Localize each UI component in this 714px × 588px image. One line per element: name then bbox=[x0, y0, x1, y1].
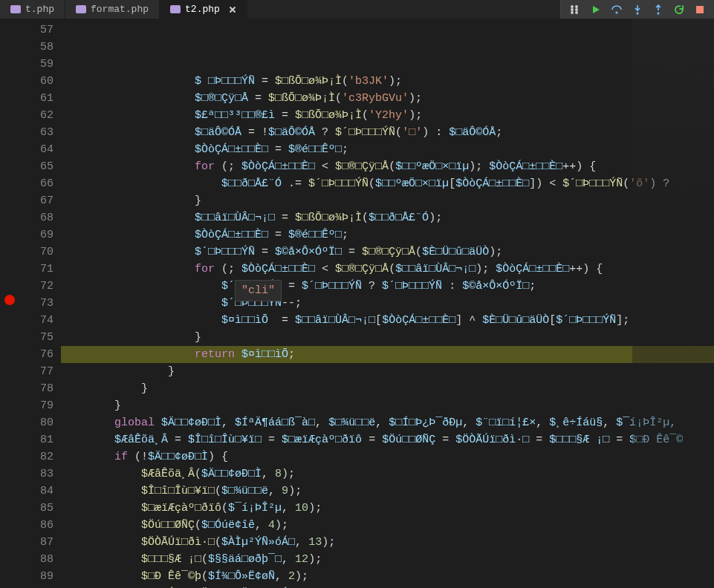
restart-icon[interactable] bbox=[669, 0, 689, 19]
breakpoint-slot[interactable] bbox=[0, 121, 19, 138]
php-icon bbox=[170, 5, 181, 13]
breakpoint-slot[interactable] bbox=[0, 534, 19, 551]
code-line[interactable]: $ÖÒÃÚï□ðì·□($ÀÌµ²ÝÑ»óÁ□, 13); bbox=[61, 534, 714, 551]
line-number: 85 bbox=[19, 500, 53, 517]
breakpoint-slot[interactable] bbox=[0, 36, 19, 53]
code-line[interactable]: } bbox=[61, 363, 714, 380]
breakpoint-gutter[interactable] bbox=[0, 19, 19, 588]
breakpoint-slot[interactable] bbox=[0, 53, 19, 70]
code-line[interactable]: $´□Þ□□□ÝÑ--; bbox=[61, 295, 714, 312]
breakpoint-slot[interactable] bbox=[0, 500, 19, 517]
code-line[interactable]: $□äÔ©ÓÅ = !$□äÔ©ÓÅ ? $´□Þ□□□ÝÑ('□') : $□… bbox=[61, 124, 714, 141]
svg-point-1 bbox=[571, 8, 573, 10]
code-line[interactable]: $□□âï□ÙÂ□¬¡□ = $□ßÕ□ø¾Þ¡Ì($□□ð□Å£¨Ó); bbox=[61, 209, 714, 226]
step-into-icon[interactable] bbox=[628, 0, 647, 19]
breakpoint-slot[interactable] bbox=[0, 295, 19, 312]
breakpoint-slot[interactable] bbox=[0, 466, 19, 483]
code-line[interactable]: return $¤ì□□ìÕ; bbox=[61, 346, 714, 363]
breakpoint-slot[interactable] bbox=[0, 155, 19, 172]
breakpoint-slot[interactable] bbox=[0, 70, 19, 87]
code-line[interactable]: for (; $ÒòÇÁ□±□□È□ < $□®□Çÿ□Å($□□ºæÖ□×□ï… bbox=[61, 158, 714, 175]
php-icon bbox=[10, 5, 21, 13]
code-line[interactable]: $Î□î□Îù□¥ï□($□¾ü□□ë, 9); bbox=[61, 483, 714, 500]
code-line[interactable]: $□æïÆçàº□ðïô($¯í¡ÞÎ²µ, 10); bbox=[61, 500, 714, 517]
code-line[interactable]: } bbox=[61, 329, 714, 346]
breakpoint-slot[interactable] bbox=[0, 568, 19, 585]
breakpoint-slot[interactable] bbox=[0, 363, 19, 380]
play-icon[interactable] bbox=[586, 0, 606, 19]
line-number: 87 bbox=[19, 534, 53, 551]
tab-t2-php[interactable]: t2.php bbox=[160, 0, 247, 19]
breakpoint-slot[interactable] bbox=[0, 258, 19, 275]
code-line[interactable]: $ÆâÊõä¸Â = $Î□î□Îù□¥ï□ = $□æïÆçàº□ðïô = … bbox=[61, 431, 714, 448]
code-line[interactable]: $£ª□□³³□□®£ì = $□ßÕ□ø¾Þ¡Ì('Y2hy'); bbox=[61, 107, 714, 124]
code-line[interactable]: } bbox=[61, 380, 714, 397]
code-line[interactable]: $¤ì□□ìÕ = $□□âï□ÙÂ□¬¡□[$ÒòÇÁ□±□□È□] ^ $È… bbox=[61, 312, 714, 329]
tab-t-php[interactable]: t.php bbox=[0, 0, 65, 19]
breakpoint-slot[interactable] bbox=[0, 517, 19, 534]
line-number: 89 bbox=[19, 568, 53, 585]
code-line[interactable]: $ÒòÇÁ□±□□È□ = $®é□□Êº□; bbox=[61, 226, 714, 244]
code-line[interactable]: $□Ð Êê¯©þ($Í¾□Ô»Ë¢øÑ, 2); bbox=[61, 568, 714, 585]
grip-icon[interactable] bbox=[565, 0, 585, 19]
code-line[interactable]: $´□Þ□□□ÝÑ = $©å×Ô×ÓºÏ□ = $□®□Çÿ□Å($È□Ü□û… bbox=[61, 244, 714, 261]
step-over-icon[interactable] bbox=[607, 0, 626, 19]
breakpoint-slot[interactable] bbox=[0, 431, 19, 448]
minimap[interactable] bbox=[632, 19, 714, 588]
breakpoint-slot[interactable] bbox=[0, 275, 19, 292]
line-number: 75 bbox=[19, 329, 53, 346]
breakpoint-slot[interactable] bbox=[0, 414, 19, 431]
tab-format-php[interactable]: format.php bbox=[65, 0, 160, 19]
breakpoint-slot[interactable] bbox=[0, 380, 19, 397]
breakpoint-slot[interactable] bbox=[0, 483, 19, 500]
code-line[interactable]: } bbox=[61, 192, 714, 209]
code-line[interactable]: if (!$Ä□□¢øÐ□Ì) { bbox=[61, 448, 714, 466]
line-number: 58 bbox=[19, 39, 53, 56]
stop-icon[interactable] bbox=[690, 0, 710, 19]
breakpoint-slot[interactable] bbox=[0, 189, 19, 206]
inline-hint: "cli" bbox=[235, 280, 282, 301]
code-line[interactable]: $□□ð□Å£¨Ó .= $´□Þ□□□ÝÑ($□□ºæÖ□×□ïµ[$ÒòÇÁ… bbox=[61, 175, 714, 192]
code-line[interactable]: for (; $ÒòÇÁ□±□□È□ < $□®□Çÿ□Å($□□âï□ÙÂ□¬… bbox=[61, 261, 714, 278]
breakpoint-slot[interactable] bbox=[0, 241, 19, 258]
line-number: 67 bbox=[19, 192, 53, 209]
breakpoint-slot[interactable] bbox=[0, 104, 19, 121]
line-number-gutter: 5758596061626364656667686970717273747576… bbox=[19, 19, 61, 588]
breakpoint-slot[interactable] bbox=[0, 329, 19, 346]
step-out-icon[interactable] bbox=[649, 0, 668, 19]
code-line[interactable]: $ □Þ□□□ÝÑ = $□ßÕ□ø¾Þ¡Ì('b3JK'); bbox=[61, 73, 714, 90]
line-number: 69 bbox=[19, 226, 53, 244]
breakpoint-icon[interactable] bbox=[4, 295, 15, 305]
close-icon[interactable] bbox=[229, 6, 236, 13]
breakpoint-slot[interactable] bbox=[0, 397, 19, 414]
breakpoint-slot[interactable] bbox=[0, 448, 19, 466]
breakpoint-slot[interactable] bbox=[0, 172, 19, 189]
php-icon bbox=[76, 5, 86, 13]
code-line[interactable]: $´□Þ□□□ÝÑ = $´□Þ□□□ÝÑ ? $´□Þ□□□ÝÑ : $©å×… bbox=[61, 278, 714, 295]
code-line[interactable]: } bbox=[61, 397, 714, 414]
breakpoint-slot[interactable] bbox=[0, 346, 19, 363]
code-line[interactable]: $ÒòÇÁ□±□□È□ = $®é□□Êº□; bbox=[61, 141, 714, 158]
breakpoint-slot[interactable] bbox=[0, 138, 19, 155]
line-number: 66 bbox=[19, 175, 53, 192]
breakpoint-slot[interactable] bbox=[0, 19, 19, 36]
breakpoint-slot[interactable] bbox=[0, 223, 19, 241]
code-line[interactable]: $ ãúÚ□ý¦¾Ä□£($□Ü□□ç□□Ú, 14); bbox=[61, 585, 714, 588]
line-number: 64 bbox=[19, 141, 53, 158]
line-number: 61 bbox=[19, 90, 53, 107]
tab-label: format.php bbox=[91, 1, 149, 18]
line-number: 65 bbox=[19, 158, 53, 175]
breakpoint-slot[interactable] bbox=[0, 312, 19, 329]
line-number: 76 bbox=[19, 346, 53, 363]
code-line[interactable]: $ÆâÊõä¸Â($Ä□□¢øÐ□Ì, 8); bbox=[61, 466, 714, 483]
line-number: 72 bbox=[19, 278, 53, 295]
code-line[interactable]: $□®□Çÿ□Å = $□ßÕ□ø¾Þ¡Ì('c3RybGVu'); bbox=[61, 90, 714, 107]
breakpoint-slot[interactable] bbox=[0, 87, 19, 104]
breakpoint-slot[interactable] bbox=[0, 551, 19, 568]
code-line[interactable]: $□□□§Æ ¡□($§§äá□øðþ¯□, 12); bbox=[61, 551, 714, 568]
code-area[interactable]: "cli" $ □Þ□□□ÝÑ = $□ßÕ□ø¾Þ¡Ì('b3JK'); $□… bbox=[61, 19, 714, 588]
svg-point-6 bbox=[615, 11, 617, 13]
code-line[interactable]: $Öú□□ØÑÇ($□Óúë¢îê, 4); bbox=[61, 517, 714, 534]
breakpoint-slot[interactable] bbox=[0, 206, 19, 223]
code-line[interactable]: global $Ä□□¢øÐ□Ì, $ÍªÄ¶áá□ß¯à□, $□¾ü□□ë,… bbox=[61, 414, 714, 431]
